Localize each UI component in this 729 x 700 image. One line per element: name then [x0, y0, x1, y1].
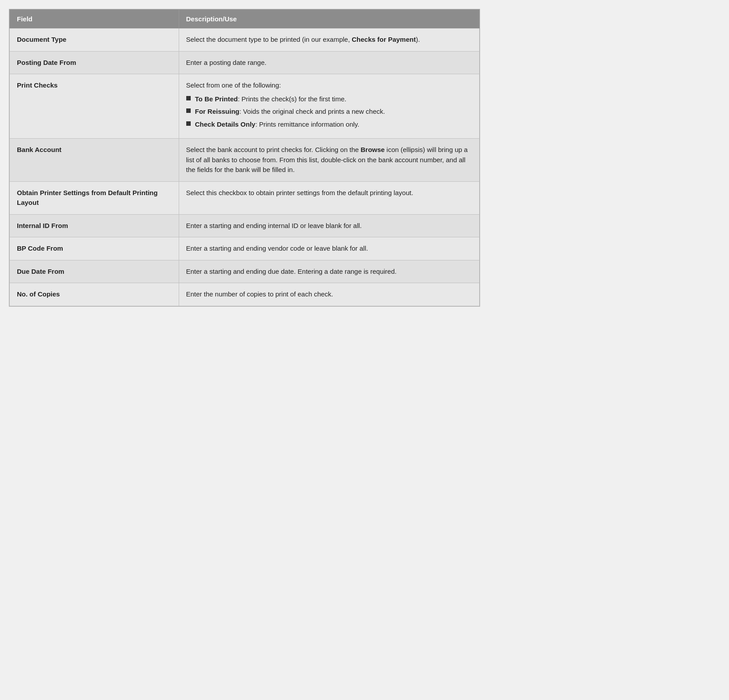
field-cell-obtain-printer-settings: Obtain Printer Settings from Default Pri…	[10, 181, 179, 214]
field-cell-print-checks: Print Checks	[10, 74, 179, 139]
field-cell-posting-date-from: Posting Date From	[10, 51, 179, 74]
description-text: Enter a starting and ending internal ID …	[186, 221, 472, 231]
bullet-text: Check Details Only: Prints remittance in…	[195, 120, 360, 130]
bullet-icon	[186, 108, 191, 113]
field-cell-bank-account: Bank Account	[10, 139, 179, 182]
field-cell-document-type: Document Type	[10, 28, 179, 52]
desc-cell-no-of-copies: Enter the number of copies to print of e…	[179, 283, 479, 306]
reference-table: Field Description/Use Document TypeSelec…	[9, 9, 480, 306]
bullet-icon	[186, 121, 191, 126]
desc-cell-due-date-from: Enter a starting and ending due date. En…	[179, 260, 479, 283]
field-cell-internal-id-from: Internal ID From	[10, 214, 179, 237]
field-cell-no-of-copies: No. of Copies	[10, 283, 179, 306]
description-text: Enter the number of copies to print of e…	[186, 289, 472, 300]
desc-cell-obtain-printer-settings: Select this checkbox to obtain printer s…	[179, 181, 479, 214]
field-cell-bp-code-from: BP Code From	[10, 237, 179, 260]
description-text: Enter a posting date range.	[186, 58, 472, 68]
bullet-item: To Be Printed: Prints the check(s) for t…	[186, 94, 472, 104]
table-row: Obtain Printer Settings from Default Pri…	[10, 181, 480, 214]
description-text: Select this checkbox to obtain printer s…	[186, 188, 472, 198]
bullet-text: To Be Printed: Prints the check(s) for t…	[195, 94, 347, 104]
table-row: Print ChecksSelect from one of the follo…	[10, 74, 480, 139]
header-description: Description/Use	[179, 10, 479, 28]
desc-cell-posting-date-from: Enter a posting date range.	[179, 51, 479, 74]
table-header-row: Field Description/Use	[10, 10, 480, 28]
table-row: Due Date FromEnter a starting and ending…	[10, 260, 480, 283]
table-row: BP Code FromEnter a starting and ending …	[10, 237, 480, 260]
bullet-term: Check Details Only	[195, 120, 256, 128]
bullet-text: For Reissuing: Voids the original check …	[195, 107, 385, 117]
bold-term: Checks for Payment	[352, 36, 416, 43]
table-row: Internal ID FromEnter a starting and end…	[10, 214, 480, 237]
bullet-term: To Be Printed	[195, 95, 238, 103]
desc-cell-bank-account: Select the bank account to print checks …	[179, 139, 479, 182]
description-text: Enter a starting and ending vendor code …	[186, 244, 472, 254]
table-row: Posting Date FromEnter a posting date ra…	[10, 51, 480, 74]
table-row: No. of CopiesEnter the number of copies …	[10, 283, 480, 306]
table-row: Bank AccountSelect the bank account to p…	[10, 139, 480, 182]
description-text: Select the bank account to print checks …	[186, 145, 472, 175]
desc-cell-document-type: Select the document type to be printed (…	[179, 28, 479, 52]
desc-cell-internal-id-from: Enter a starting and ending internal ID …	[179, 214, 479, 237]
header-field: Field	[10, 10, 179, 28]
description-text: Enter a starting and ending due date. En…	[186, 267, 472, 277]
bullet-item: For Reissuing: Voids the original check …	[186, 107, 472, 117]
bullet-item: Check Details Only: Prints remittance in…	[186, 120, 472, 130]
bullet-list: To Be Printed: Prints the check(s) for t…	[186, 94, 472, 130]
bold-term: Browse	[360, 146, 385, 153]
desc-cell-bp-code-from: Enter a starting and ending vendor code …	[179, 237, 479, 260]
bullet-icon	[186, 96, 191, 100]
desc-cell-print-checks: Select from one of the following:To Be P…	[179, 74, 479, 139]
description-intro: Select from one of the following:	[186, 81, 281, 89]
field-cell-due-date-from: Due Date From	[10, 260, 179, 283]
main-table-container: Field Description/Use Document TypeSelec…	[9, 9, 480, 307]
description-text: Select the document type to be printed (…	[186, 35, 472, 45]
table-body: Document TypeSelect the document type to…	[10, 28, 480, 306]
table-row: Document TypeSelect the document type to…	[10, 28, 480, 52]
bullet-term: For Reissuing	[195, 108, 240, 115]
